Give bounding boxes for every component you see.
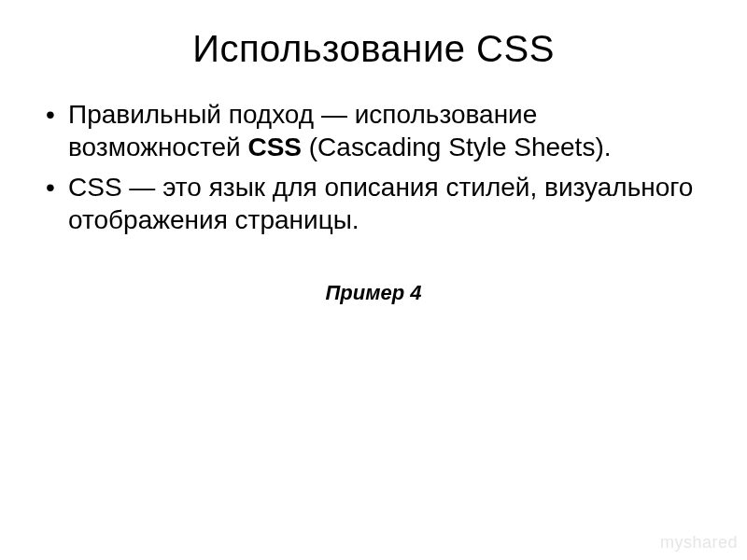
- slide-content: Правильный подход — использование возмож…: [42, 98, 705, 541]
- slide-title: Использование CSS: [42, 28, 705, 70]
- bullet-text-pre: CSS — это язык для описания стилей, визу…: [68, 173, 693, 234]
- bullet-text-post: (Cascading Style Sheets).: [302, 133, 612, 161]
- watermark: myshared: [660, 533, 738, 553]
- example-label: Пример 4: [42, 281, 705, 305]
- list-item: Правильный подход — использование возмож…: [42, 98, 705, 163]
- list-item: CSS — это язык для описания стилей, визу…: [42, 171, 705, 236]
- bullet-text-strong: CSS: [247, 133, 302, 161]
- bullet-list: Правильный подход — использование возмож…: [42, 98, 705, 236]
- slide: Использование CSS Правильный подход — ис…: [0, 0, 747, 560]
